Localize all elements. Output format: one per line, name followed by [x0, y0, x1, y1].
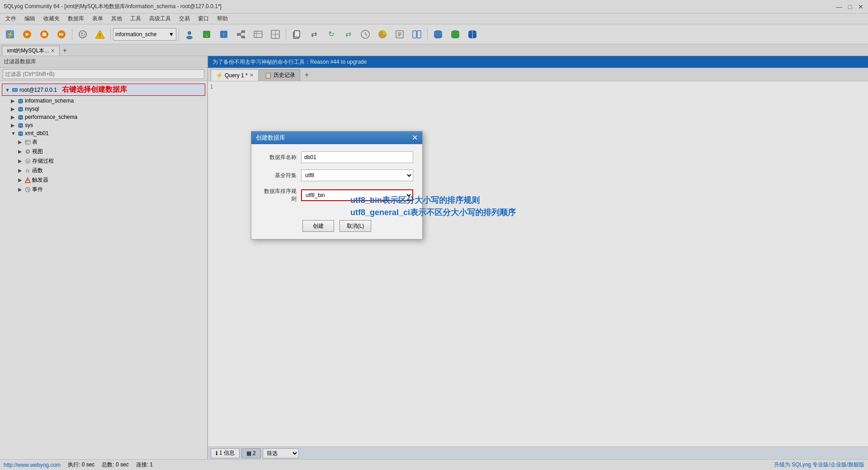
dialog-body: 数据库名称 基全符集 utf8 utf8mb4 latin1 数据库排序规则: [251, 144, 422, 216]
collation-select[interactable]: utf8_bin utf8_general_ci utf8_unicode_ci: [301, 189, 413, 201]
dialog-close-button[interactable]: ✕: [412, 134, 418, 141]
charset-select-wrapper: utf8 utf8mb4 latin1: [301, 169, 413, 181]
charset-select[interactable]: utf8 utf8mb4 latin1: [301, 169, 413, 181]
dialog-title: 创建数据库: [256, 134, 285, 142]
db-name-input[interactable]: [301, 151, 413, 163]
charset-label: 基全符集: [260, 172, 297, 179]
collation-select-wrapper: utf8_bin utf8_general_ci utf8_unicode_ci: [301, 189, 413, 201]
collation-label: 数据库排序规则: [260, 188, 297, 203]
charset-row: 基全符集 utf8 utf8mb4 latin1: [260, 169, 413, 181]
collation-row: 数据库排序规则 utf8_bin utf8_general_ci utf8_un…: [260, 188, 413, 203]
cancel-button[interactable]: 取消(L): [340, 220, 371, 232]
dialog-footer: 创建 取消(L): [251, 216, 422, 239]
db-name-label: 数据库名称: [260, 154, 297, 161]
create-button[interactable]: 创建: [302, 220, 334, 232]
dialog-titlebar: 创建数据库 ✕: [251, 132, 422, 144]
modal-overlay: 创建数据库 ✕ 数据库名称 基全符集 utf8 utf8mb4 latin1: [0, 0, 868, 470]
db-name-row: 数据库名称: [260, 151, 413, 163]
create-db-dialog: 创建数据库 ✕ 数据库名称 基全符集 utf8 utf8mb4 latin1: [251, 131, 423, 240]
